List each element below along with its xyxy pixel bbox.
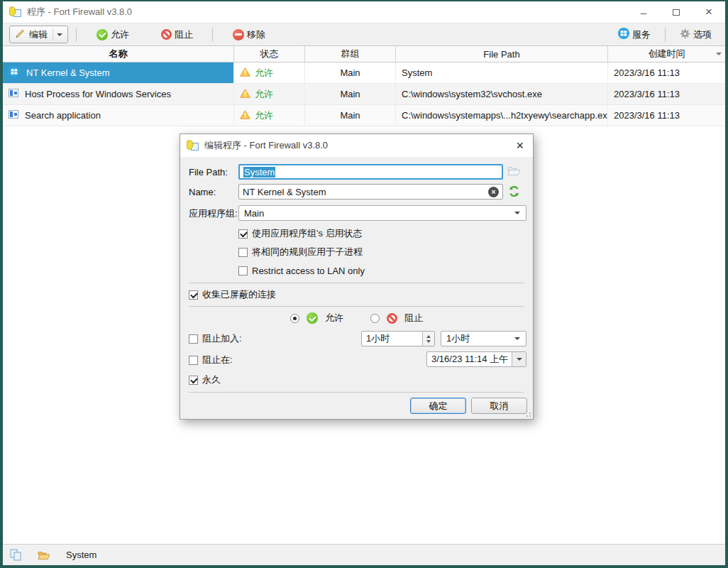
forever-checkbox[interactable]: 永久 — [189, 373, 221, 387]
checkbox-checked-icon — [238, 229, 248, 239]
created-cell[interactable]: 2023/3/16 11:13 — [608, 105, 725, 126]
dialog-title: 编辑程序 - Fort Firewall v3.8.0 — [204, 139, 328, 152]
dialog-titlebar: 编辑程序 - Fort Firewall v3.8.0 × — [180, 134, 533, 157]
group-cell[interactable]: Main — [305, 105, 396, 126]
allow-button-label: 允许 — [111, 28, 129, 41]
column-header-group[interactable]: 群组 — [305, 46, 396, 62]
cancel-button[interactable]: 取消 — [471, 398, 527, 414]
remove-button[interactable]: 移除 — [226, 26, 272, 44]
block-in-unit-combobox[interactable]: 1小时 — [441, 331, 526, 346]
allow-button[interactable]: 允许 — [90, 26, 136, 44]
app-icon — [9, 6, 22, 18]
checkbox-unchecked-icon — [189, 334, 198, 344]
services-button-label: 服务 — [632, 28, 651, 41]
status-cell[interactable]: 允许 — [234, 105, 305, 126]
block-at-datetime[interactable]: 3/16/23 11:14 上午 — [426, 351, 526, 367]
use-group-state-checkbox[interactable]: 使用应用程序组's 启用状态 — [238, 226, 363, 241]
program-name-cell[interactable]: Search application — [3, 105, 234, 126]
block-prohibit-icon — [387, 313, 397, 324]
resize-grip[interactable] — [526, 412, 531, 417]
checkbox-unchecked-icon — [238, 248, 248, 257]
maximize-button[interactable] — [660, 1, 693, 23]
separator — [189, 306, 524, 307]
titlebar: 程序 - Fort Firewall v3.8.0 – × — [3, 1, 725, 23]
toolbar-separator — [76, 28, 77, 42]
refresh-icon[interactable] — [508, 185, 520, 200]
windows-service-icon — [618, 28, 629, 41]
allow-radio-label: 允许 — [325, 312, 343, 324]
block-button[interactable]: 阻止 — [155, 26, 199, 44]
app-group-combobox[interactable]: Main — [238, 205, 526, 221]
path-cell[interactable]: System — [396, 62, 608, 83]
gear-icon — [680, 28, 690, 41]
block-at-checkbox[interactable]: 阻止在: — [189, 353, 233, 367]
edit-button-label: 编辑 — [29, 28, 48, 41]
chevron-down-icon — [57, 33, 62, 36]
file-path-input[interactable]: System — [238, 164, 503, 180]
collect-blocked-checkbox[interactable]: 收集已屏蔽的连接 — [189, 288, 276, 302]
created-cell[interactable]: 2023/3/16 11:13 — [608, 62, 725, 83]
edit-button[interactable]: 编辑 — [9, 26, 68, 43]
created-cell[interactable]: 2023/3/16 11:13 — [608, 84, 725, 104]
close-button[interactable]: × — [693, 1, 725, 23]
application-window-icon — [9, 110, 18, 121]
path-cell[interactable]: C:\windows\systemapps\...h2txyewy\search… — [396, 105, 608, 126]
options-button[interactable]: 选项 — [673, 26, 718, 44]
application-window-icon — [9, 89, 18, 99]
warning-icon — [240, 110, 250, 121]
clear-icon[interactable]: × — [488, 187, 499, 197]
minimize-button[interactable]: – — [627, 1, 660, 23]
services-button[interactable]: 服务 — [612, 26, 657, 44]
separator — [189, 283, 524, 283]
name-label: Name: — [189, 185, 216, 200]
path-cell[interactable]: C:\windows\system32\svchost.exe — [396, 84, 608, 104]
windows-kernel-icon — [9, 66, 20, 80]
column-header-created[interactable]: 创建时间 — [608, 46, 725, 62]
remove-button-label: 移除 — [247, 28, 265, 41]
status-cell[interactable]: 允许 — [234, 84, 305, 104]
warning-icon — [240, 89, 250, 100]
allow-radio[interactable] — [290, 314, 299, 323]
toolbar-separator — [212, 28, 213, 42]
dialog-body: File Path: System Name: NT Kernel & Syst… — [180, 157, 533, 419]
checkbox-checked-icon — [189, 376, 198, 385]
chevron-down-icon[interactable] — [512, 352, 526, 366]
edit-program-dialog: 编辑程序 - Fort Firewall v3.8.0 × File Path:… — [180, 133, 534, 420]
sort-indicator-icon[interactable] — [716, 53, 722, 55]
checkbox-unchecked-icon — [189, 356, 198, 365]
maximize-icon — [673, 9, 680, 16]
lan-only-checkbox[interactable]: Restrict access to LAN only — [238, 263, 365, 278]
spinner-arrows-icon[interactable] — [422, 332, 434, 346]
app-icon — [186, 140, 199, 151]
table-row[interactable]: Search application 允许 Main C:\windows\sy… — [3, 105, 725, 126]
table-row[interactable]: NT Kernel & System 允许 Main System 2023/3… — [3, 62, 725, 84]
program-name-cell[interactable]: NT Kernel & System — [3, 62, 234, 83]
statusbar-group-text: System — [66, 550, 96, 560]
dialog-close-button[interactable]: × — [516, 139, 524, 152]
group-cell[interactable]: Main — [305, 84, 396, 104]
browse-folder-icon[interactable] — [507, 165, 521, 178]
table-row[interactable]: Host Process for Windows Services 允许 Mai… — [3, 84, 725, 105]
apply-child-checkbox[interactable]: 将相同的规则应用于子进程 — [238, 245, 363, 259]
options-button-label: 选项 — [693, 28, 712, 41]
status-cell[interactable]: 允许 — [234, 62, 305, 83]
block-radio[interactable] — [370, 314, 380, 323]
app-group-label: 应用程序组: — [189, 206, 238, 222]
column-header-status[interactable]: 状态 — [234, 46, 305, 62]
block-prohibit-icon — [161, 29, 172, 40]
toolbar: 编辑 允许 阻止 移除 — [3, 23, 725, 46]
pencil-icon — [15, 28, 26, 41]
block-in-spinbox[interactable]: 1小时 — [361, 331, 435, 346]
column-header-name[interactable]: 名称 — [3, 46, 234, 62]
ok-button[interactable]: 确定 — [410, 398, 466, 414]
file-path-label: File Path: — [189, 165, 228, 180]
program-name-cell[interactable]: Host Process for Windows Services — [3, 84, 234, 104]
checkbox-checked-icon — [189, 290, 198, 300]
warning-icon — [240, 67, 250, 79]
allow-check-icon — [307, 312, 318, 324]
name-input[interactable]: NT Kernel & System × — [238, 184, 503, 200]
remove-minus-icon — [233, 29, 244, 40]
group-cell[interactable]: Main — [305, 62, 396, 83]
column-header-path[interactable]: File Path — [396, 46, 608, 62]
block-in-checkbox[interactable]: 阻止加入: — [189, 332, 242, 346]
